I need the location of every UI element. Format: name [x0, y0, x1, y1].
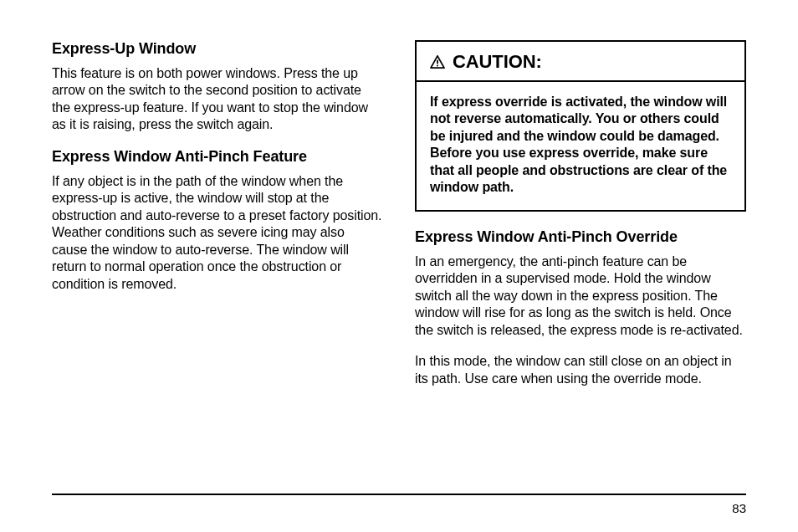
svg-point-1 — [437, 64, 438, 66]
caution-body: If express override is activated, the wi… — [417, 82, 744, 210]
footer-rule — [52, 494, 746, 495]
para-anti-pinch: If any object is in the path of the wind… — [52, 173, 383, 293]
heading-override: Express Window Anti-Pinch Override — [415, 228, 746, 246]
heading-anti-pinch: Express Window Anti-Pinch Feature — [52, 148, 383, 166]
para-express-up: This feature is on both power windows. P… — [52, 65, 383, 134]
para-override-2: In this mode, the window can still close… — [415, 353, 746, 387]
caution-header: CAUTION: — [417, 42, 744, 82]
para-override-1: In an emergency, the anti-pinch feature … — [415, 253, 746, 339]
caution-box: CAUTION: If express override is activate… — [415, 40, 746, 212]
page-number: 83 — [732, 501, 746, 515]
heading-express-up: Express-Up Window — [52, 40, 383, 58]
page-content: Express-Up Window This feature is on bot… — [0, 0, 798, 402]
caution-title: CAUTION: — [453, 51, 542, 73]
left-column: Express-Up Window This feature is on bot… — [52, 40, 383, 402]
right-column: CAUTION: If express override is activate… — [415, 40, 746, 402]
warning-triangle-icon — [430, 55, 445, 69]
